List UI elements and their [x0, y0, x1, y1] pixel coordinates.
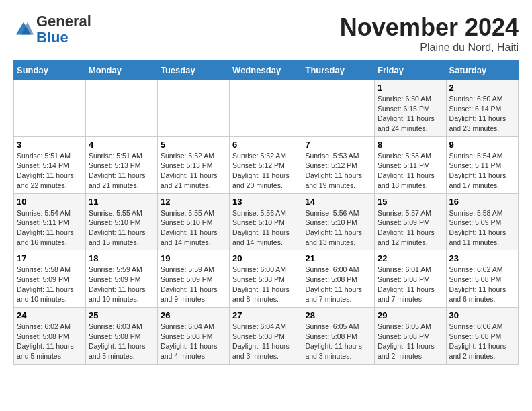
calendar-cell: 10Sunrise: 5:54 AMSunset: 5:11 PMDayligh…	[14, 193, 86, 250]
day-number: 2	[449, 83, 515, 93]
calendar-cell: 18Sunrise: 5:59 AMSunset: 5:09 PMDayligh…	[85, 250, 157, 308]
day-info: Sunrise: 6:05 AMSunset: 5:08 PMDaylight:…	[378, 322, 443, 361]
calendar-cell: 23Sunrise: 6:02 AMSunset: 5:08 PMDayligh…	[446, 250, 518, 308]
day-number: 5	[161, 140, 226, 150]
calendar-cell: 16Sunrise: 5:58 AMSunset: 5:09 PMDayligh…	[446, 193, 518, 250]
calendar-cell: 1Sunrise: 6:50 AMSunset: 6:15 PMDaylight…	[375, 80, 447, 137]
day-info: Sunrise: 6:06 AMSunset: 5:08 PMDaylight:…	[449, 322, 515, 361]
calendar-week-row: 1Sunrise: 6:50 AMSunset: 6:15 PMDaylight…	[14, 80, 519, 137]
location: Plaine du Nord, Haiti	[340, 42, 519, 54]
day-info: Sunrise: 5:53 AMSunset: 5:11 PMDaylight:…	[378, 151, 443, 191]
weekday-header: Sunday	[14, 61, 86, 80]
logo-text: General Blue	[36, 13, 91, 46]
calendar-cell: 17Sunrise: 5:58 AMSunset: 5:09 PMDayligh…	[14, 250, 86, 308]
day-info: Sunrise: 5:56 AMSunset: 5:10 PMDaylight:…	[232, 208, 299, 248]
day-number: 19	[161, 253, 226, 263]
calendar-table: SundayMondayTuesdayWednesdayThursdayFrid…	[13, 60, 519, 365]
day-info: Sunrise: 5:52 AMSunset: 5:12 PMDaylight:…	[232, 151, 299, 191]
day-number: 6	[232, 140, 299, 150]
calendar-cell: 5Sunrise: 5:52 AMSunset: 5:13 PMDaylight…	[157, 136, 229, 193]
day-number: 24	[17, 310, 83, 320]
logo: General Blue	[13, 13, 91, 46]
day-info: Sunrise: 5:54 AMSunset: 5:11 PMDaylight:…	[449, 151, 515, 191]
day-info: Sunrise: 6:00 AMSunset: 5:08 PMDaylight:…	[305, 265, 371, 304]
day-info: Sunrise: 5:51 AMSunset: 5:14 PMDaylight:…	[17, 151, 83, 191]
day-info: Sunrise: 5:58 AMSunset: 5:09 PMDaylight:…	[17, 265, 83, 304]
day-info: Sunrise: 6:05 AMSunset: 5:08 PMDaylight:…	[305, 322, 371, 361]
day-number: 12	[161, 197, 226, 207]
calendar-cell	[157, 80, 229, 137]
day-info: Sunrise: 5:57 AMSunset: 5:09 PMDaylight:…	[378, 208, 443, 248]
day-number: 4	[89, 140, 154, 150]
day-info: Sunrise: 5:55 AMSunset: 5:10 PMDaylight:…	[89, 208, 154, 248]
logo-icon	[13, 19, 34, 40]
day-info: Sunrise: 6:50 AMSunset: 6:14 PMDaylight:…	[449, 94, 515, 134]
calendar-cell: 11Sunrise: 5:55 AMSunset: 5:10 PMDayligh…	[85, 193, 157, 250]
day-number: 20	[232, 253, 299, 263]
calendar-cell: 3Sunrise: 5:51 AMSunset: 5:14 PMDaylight…	[14, 136, 86, 193]
day-info: Sunrise: 6:02 AMSunset: 5:08 PMDaylight:…	[449, 265, 515, 304]
day-info: Sunrise: 5:55 AMSunset: 5:10 PMDaylight:…	[161, 208, 226, 248]
day-info: Sunrise: 5:54 AMSunset: 5:11 PMDaylight:…	[17, 208, 83, 248]
weekday-header: Friday	[375, 61, 447, 80]
calendar-cell: 7Sunrise: 5:53 AMSunset: 5:12 PMDaylight…	[302, 136, 375, 193]
day-info: Sunrise: 6:02 AMSunset: 5:08 PMDaylight:…	[17, 322, 83, 361]
calendar-cell: 27Sunrise: 6:04 AMSunset: 5:08 PMDayligh…	[230, 308, 302, 365]
weekday-header: Tuesday	[157, 61, 229, 80]
calendar-week-row: 3Sunrise: 5:51 AMSunset: 5:14 PMDaylight…	[14, 136, 519, 193]
calendar-cell: 20Sunrise: 6:00 AMSunset: 5:08 PMDayligh…	[230, 250, 302, 308]
day-number: 7	[305, 140, 371, 150]
calendar-week-row: 17Sunrise: 5:58 AMSunset: 5:09 PMDayligh…	[14, 250, 519, 308]
day-number: 1	[378, 83, 443, 93]
day-number: 16	[449, 197, 515, 207]
calendar-cell: 19Sunrise: 5:59 AMSunset: 5:09 PMDayligh…	[157, 250, 229, 308]
calendar-cell: 26Sunrise: 6:04 AMSunset: 5:08 PMDayligh…	[157, 308, 229, 365]
day-info: Sunrise: 5:58 AMSunset: 5:09 PMDaylight:…	[449, 208, 515, 248]
calendar-cell: 14Sunrise: 5:56 AMSunset: 5:10 PMDayligh…	[302, 193, 375, 250]
day-info: Sunrise: 6:50 AMSunset: 6:15 PMDaylight:…	[378, 94, 443, 134]
day-info: Sunrise: 5:53 AMSunset: 5:12 PMDaylight:…	[305, 151, 371, 191]
day-number: 30	[449, 310, 515, 320]
calendar-cell: 29Sunrise: 6:05 AMSunset: 5:08 PMDayligh…	[375, 308, 447, 365]
day-number: 27	[232, 310, 299, 320]
calendar-cell: 21Sunrise: 6:00 AMSunset: 5:08 PMDayligh…	[302, 250, 375, 308]
day-number: 3	[17, 140, 83, 150]
day-number: 9	[449, 140, 515, 150]
day-number: 29	[378, 310, 443, 320]
day-info: Sunrise: 6:04 AMSunset: 5:08 PMDaylight:…	[161, 322, 226, 361]
day-number: 14	[305, 197, 371, 207]
weekday-header: Thursday	[302, 61, 375, 80]
day-number: 28	[305, 310, 371, 320]
day-info: Sunrise: 6:03 AMSunset: 5:08 PMDaylight:…	[89, 322, 154, 361]
day-info: Sunrise: 6:00 AMSunset: 5:08 PMDaylight:…	[232, 265, 299, 304]
calendar-cell: 12Sunrise: 5:55 AMSunset: 5:10 PMDayligh…	[157, 193, 229, 250]
calendar-cell: 22Sunrise: 6:01 AMSunset: 5:08 PMDayligh…	[375, 250, 447, 308]
calendar-cell	[14, 80, 86, 137]
calendar-cell: 15Sunrise: 5:57 AMSunset: 5:09 PMDayligh…	[375, 193, 447, 250]
weekday-header-row: SundayMondayTuesdayWednesdayThursdayFrid…	[14, 61, 519, 80]
calendar-cell: 2Sunrise: 6:50 AMSunset: 6:14 PMDaylight…	[446, 80, 518, 137]
day-number: 15	[378, 197, 443, 207]
day-number: 18	[89, 253, 154, 263]
calendar-cell	[230, 80, 302, 137]
day-number: 10	[17, 197, 83, 207]
day-info: Sunrise: 5:59 AMSunset: 5:09 PMDaylight:…	[89, 265, 154, 304]
day-info: Sunrise: 5:51 AMSunset: 5:13 PMDaylight:…	[89, 151, 154, 191]
calendar-cell: 9Sunrise: 5:54 AMSunset: 5:11 PMDaylight…	[446, 136, 518, 193]
day-number: 11	[89, 197, 154, 207]
calendar-cell	[85, 80, 157, 137]
day-info: Sunrise: 6:01 AMSunset: 5:08 PMDaylight:…	[378, 265, 443, 304]
calendar-cell: 13Sunrise: 5:56 AMSunset: 5:10 PMDayligh…	[230, 193, 302, 250]
calendar-cell	[302, 80, 375, 137]
day-number: 17	[17, 253, 83, 263]
month-title: November 2024	[340, 13, 519, 42]
calendar-cell: 28Sunrise: 6:05 AMSunset: 5:08 PMDayligh…	[302, 308, 375, 365]
day-number: 25	[89, 310, 154, 320]
calendar-cell: 4Sunrise: 5:51 AMSunset: 5:13 PMDaylight…	[85, 136, 157, 193]
calendar-week-row: 10Sunrise: 5:54 AMSunset: 5:11 PMDayligh…	[14, 193, 519, 250]
day-number: 21	[305, 253, 371, 263]
calendar-cell: 6Sunrise: 5:52 AMSunset: 5:12 PMDaylight…	[230, 136, 302, 193]
day-number: 8	[378, 140, 443, 150]
calendar-cell: 25Sunrise: 6:03 AMSunset: 5:08 PMDayligh…	[85, 308, 157, 365]
weekday-header: Monday	[85, 61, 157, 80]
